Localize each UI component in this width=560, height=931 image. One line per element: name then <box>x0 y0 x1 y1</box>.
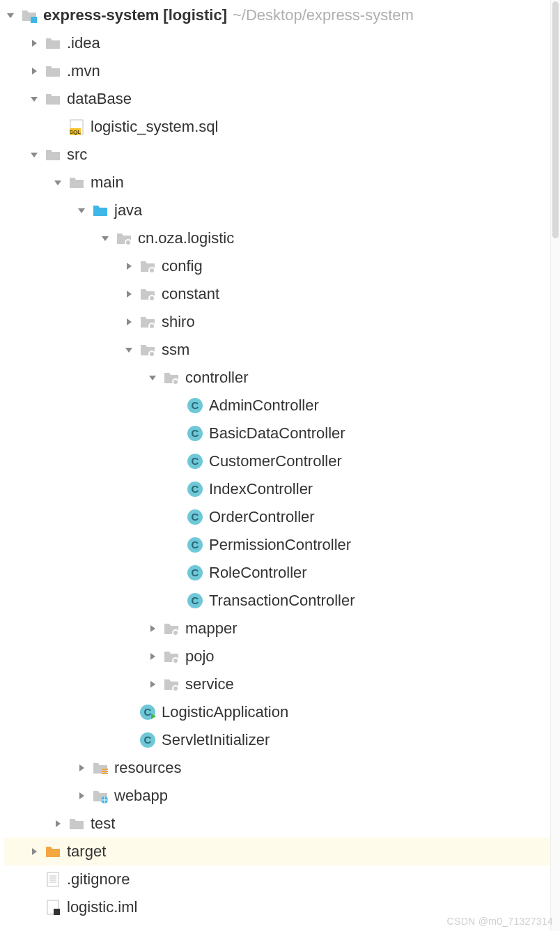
chevron-down-icon[interactable] <box>75 204 88 217</box>
root-name: express-system <box>43 6 159 24</box>
node-label: controller <box>185 369 248 387</box>
chevron-right-icon[interactable] <box>123 288 135 300</box>
node-label: logistic.iml <box>67 898 137 916</box>
chevron-right-icon[interactable] <box>123 260 135 272</box>
node-label: java <box>114 201 142 220</box>
tree-row-class[interactable]: AdminController <box>4 392 560 420</box>
excluded-folder-icon <box>45 843 61 860</box>
tree-row-database[interactable]: dataBase <box>4 85 560 113</box>
tree-row-pojo[interactable]: pojo <box>4 643 560 670</box>
chevron-down-icon[interactable] <box>4 9 17 22</box>
tree-row-src[interactable]: src <box>4 141 560 169</box>
scroll-thumb[interactable] <box>552 1 559 238</box>
node-label: .mvn <box>67 62 100 80</box>
watermark: CSDN @m0_71327314 <box>447 916 553 927</box>
tree-row-ssm[interactable]: ssm <box>4 336 560 364</box>
tree-row-class[interactable]: IndexController <box>4 475 560 503</box>
node-label: cn.oza.logistic <box>138 229 234 247</box>
class-icon <box>187 537 203 553</box>
class-icon <box>187 509 203 525</box>
node-label: shiro <box>162 313 195 331</box>
tree-row-webapp[interactable]: webapp <box>4 782 560 810</box>
package-icon <box>139 286 156 302</box>
folder-icon <box>45 91 61 107</box>
file-icon <box>45 871 61 888</box>
tree-row-java[interactable]: java <box>4 197 560 224</box>
node-label: webapp <box>114 787 168 805</box>
tree-row-sqlfile[interactable]: logistic_system.sql <box>4 113 560 141</box>
chevron-right-icon[interactable] <box>52 817 64 830</box>
chevron-right-icon[interactable] <box>28 37 40 49</box>
sql-file-icon <box>68 118 85 135</box>
tree-row-package[interactable]: cn.oza.logistic <box>4 224 560 252</box>
tree-row-app[interactable]: LogisticApplication <box>4 698 560 726</box>
vertical-scrollbar[interactable] <box>550 0 560 931</box>
package-icon <box>163 620 180 637</box>
chevron-down-icon[interactable] <box>146 371 159 384</box>
node-label: BasicDataController <box>209 424 345 443</box>
package-icon <box>116 230 132 247</box>
tree-row-mapper[interactable]: mapper <box>4 615 560 643</box>
project-tree[interactable]: express-system [logistic] ~/Desktop/expr… <box>0 0 560 921</box>
class-icon <box>187 592 203 609</box>
node-label: CustomerController <box>209 452 342 470</box>
chevron-down-icon[interactable] <box>28 93 40 105</box>
folder-icon <box>68 174 85 191</box>
node-label: PermissionController <box>209 536 351 554</box>
tree-row-gitignore[interactable]: .gitignore <box>4 865 560 893</box>
class-icon <box>139 732 156 748</box>
tree-row-mvn[interactable]: .mvn <box>4 57 560 85</box>
node-label: logistic_system.sql <box>91 118 218 136</box>
chevron-right-icon[interactable] <box>146 622 159 635</box>
tree-row-target[interactable]: target <box>4 838 560 865</box>
chevron-right-icon[interactable] <box>75 762 88 774</box>
tree-row-class[interactable]: BasicDataController <box>4 420 560 447</box>
chevron-right-icon[interactable] <box>28 845 40 858</box>
chevron-down-icon[interactable] <box>123 344 135 356</box>
chevron-down-icon[interactable] <box>28 148 40 161</box>
node-label: AdminController <box>209 397 319 415</box>
node-label: ServletInitializer <box>162 731 270 749</box>
tree-row-class[interactable]: CustomerController <box>4 447 560 475</box>
package-icon <box>163 369 180 386</box>
chevron-down-icon[interactable] <box>52 176 64 189</box>
node-label: config <box>162 257 203 275</box>
chevron-right-icon[interactable] <box>75 790 88 802</box>
chevron-right-icon[interactable] <box>146 650 159 663</box>
tree-row-class[interactable]: RoleController <box>4 559 560 587</box>
iml-file-icon <box>45 899 61 916</box>
node-label: OrderController <box>209 508 315 526</box>
folder-icon <box>45 63 61 79</box>
tree-row-shiro[interactable]: shiro <box>4 308 560 336</box>
tree-row-test[interactable]: test <box>4 810 560 838</box>
node-label: dataBase <box>67 90 132 108</box>
tree-row-resources[interactable]: resources <box>4 754 560 782</box>
tree-row-servlet[interactable]: ServletInitializer <box>4 726 560 754</box>
tree-row-idea[interactable]: .idea <box>4 29 560 57</box>
package-icon <box>139 258 156 275</box>
chevron-right-icon[interactable] <box>146 678 159 691</box>
tree-row-constant[interactable]: constant <box>4 280 560 308</box>
tree-row-class[interactable]: TransactionController <box>4 587 560 615</box>
chevron-right-icon[interactable] <box>28 65 40 77</box>
root-branch: [logistic] <box>163 6 227 24</box>
class-icon <box>187 453 203 470</box>
tree-row-controller[interactable]: controller <box>4 364 560 392</box>
folder-icon <box>45 35 61 52</box>
class-icon <box>187 397 203 414</box>
chevron-right-icon[interactable] <box>123 316 135 328</box>
node-label: pojo <box>185 647 215 665</box>
tree-row-root[interactable]: express-system [logistic] ~/Desktop/expr… <box>4 1 560 29</box>
tree-row-class[interactable]: OrderController <box>4 503 560 531</box>
tree-row-main[interactable]: main <box>4 169 560 197</box>
folder-icon <box>45 146 61 163</box>
tree-row-service[interactable]: service <box>4 670 560 698</box>
tree-row-class[interactable]: PermissionController <box>4 531 560 559</box>
node-label: test <box>91 815 115 833</box>
node-label: LogisticApplication <box>162 703 288 721</box>
node-label: mapper <box>185 620 238 638</box>
tree-row-config[interactable]: config <box>4 252 560 280</box>
node-label: main <box>91 174 124 192</box>
node-label: resources <box>114 759 182 777</box>
chevron-down-icon[interactable] <box>99 232 111 245</box>
